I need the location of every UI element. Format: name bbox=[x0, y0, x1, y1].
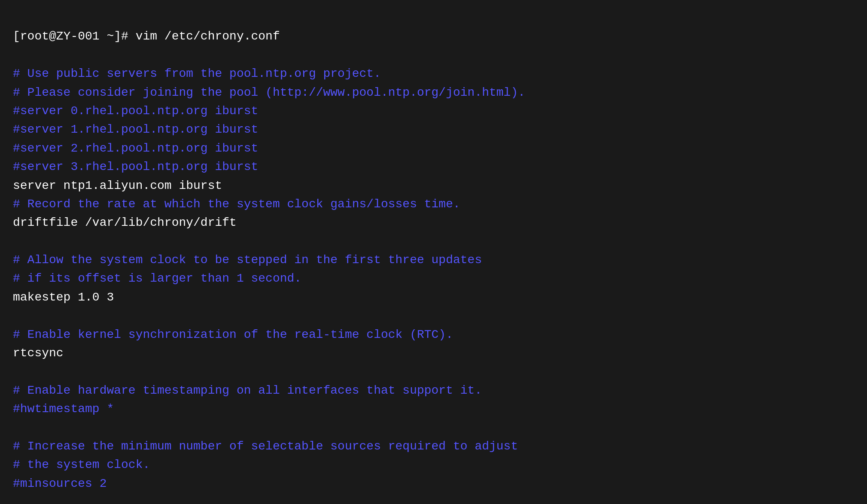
terminal-line-0: [root@ZY-001 ~]# vim /etc/chrony.conf bbox=[13, 30, 280, 43]
terminal-line-16: # Enable kernel synchronization of the r… bbox=[13, 328, 453, 341]
terminal-line-17: rtcsync bbox=[13, 346, 64, 360]
terminal-line-4: #server 0.rhel.pool.ntp.org iburst bbox=[13, 104, 258, 118]
terminal-line-3: # Please consider joining the pool (http… bbox=[13, 86, 525, 99]
terminal-line-14: makestep 1.0 3 bbox=[13, 291, 114, 304]
terminal-line-2: # Use public servers from the pool.ntp.o… bbox=[13, 67, 381, 80]
terminal-line-5: #server 1.rhel.pool.ntp.org iburst bbox=[13, 123, 258, 136]
terminal-output: [root@ZY-001 ~]# vim /etc/chrony.conf # … bbox=[13, 9, 854, 504]
terminal-line-7: #server 3.rhel.pool.ntp.org iburst bbox=[13, 160, 258, 173]
terminal-line-6: #server 2.rhel.pool.ntp.org iburst bbox=[13, 142, 258, 155]
terminal-line-19: # Enable hardware timestamping on all in… bbox=[13, 384, 482, 397]
terminal-line-8: server ntp1.aliyun.com iburst bbox=[13, 179, 222, 192]
terminal-line-12: # Allow the system clock to be stepped i… bbox=[13, 253, 482, 267]
terminal-line-22: # Increase the minimum number of selecta… bbox=[13, 440, 518, 453]
terminal-line-23: # the system clock. bbox=[13, 458, 150, 471]
terminal-line-13: # if its offset is larger than 1 second. bbox=[13, 272, 301, 285]
terminal-line-24: #minsources 2 bbox=[13, 477, 106, 490]
terminal-line-20: #hwtimestamp * bbox=[13, 402, 114, 416]
terminal-line-9: # Record the rate at which the system cl… bbox=[13, 197, 460, 211]
terminal-line-10: driftfile /var/lib/chrony/drift bbox=[13, 216, 237, 229]
